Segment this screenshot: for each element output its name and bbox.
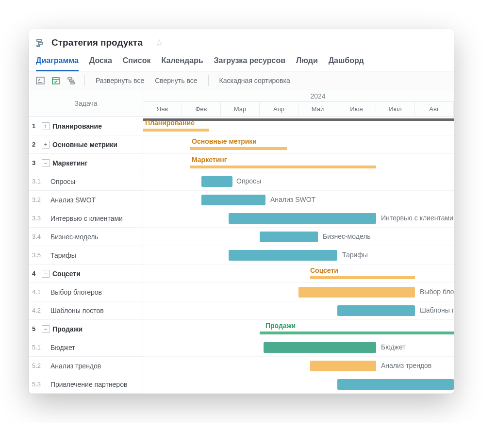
task-num: 2 [32,141,42,148]
task-row-4-2[interactable]: 4.2 Шаблоны постов [29,301,143,320]
tab-list[interactable]: Список [123,54,151,71]
tabs: Диаграмма Доска Список Календарь Загрузк… [29,54,454,71]
expand-all-button[interactable]: Развернуть все [93,77,147,84]
gantt-row-4: Соцсети [143,265,454,283]
bar-label: Выбор блогеров [420,288,454,296]
task-row-3-4[interactable]: 3.4 Бизнес-модель [29,228,143,246]
task-num: 3.2 [32,196,46,203]
task-bar[interactable] [260,232,318,242]
task-row-1[interactable]: 1 + Планирование [29,117,143,135]
star-icon[interactable]: ☆ [155,37,163,48]
project-icon [35,37,47,49]
task-row-3-1[interactable]: 3.1 Опросы [29,172,143,191]
month-mar: Мар [221,102,260,116]
task-row-5-3[interactable]: 5.3 Привлечение партнеров [29,375,143,394]
tab-calendar[interactable]: Календарь [162,54,203,71]
expand-icon[interactable]: + [42,141,50,149]
task-row-5-2[interactable]: 5.2 Анализ трендов [29,357,143,375]
task-bar[interactable] [264,342,376,353]
task-label: Основные метрики [52,141,117,149]
calendar-check-icon[interactable] [50,75,61,86]
svg-rect-3 [36,77,44,84]
task-label: Привлечение партнеров [50,381,127,388]
svg-rect-1 [38,42,43,44]
task-bar[interactable] [201,195,265,205]
task-label: Бизнес-модель [50,233,99,241]
task-row-3-3[interactable]: 3.3 Интервью с клиентами [29,209,143,228]
task-row-5[interactable]: 5 − Продажи [29,320,143,338]
gantt-row-5-2: Анализ трендов [143,357,454,375]
bar-label: Соцсети [310,266,338,274]
task-column: Задача 1 + Планирование 2 + Основные мет… [29,90,143,394]
gantt-row-3-2: Анализ SWOT [143,191,454,209]
gantt-row-5: Продажи [143,320,454,338]
gantt-row-3-1: Опросы [143,172,454,191]
summary-bar[interactable] [310,276,415,279]
bar-label: Анализ SWOT [270,196,315,203]
task-label: Продажи [52,325,83,333]
timeline-year: 2024 [143,90,454,102]
collapse-icon[interactable]: − [42,159,50,167]
task-bar[interactable] [298,287,415,298]
month-may: Май [298,102,337,116]
task-bar[interactable] [201,176,232,187]
checklist-icon[interactable] [35,75,46,86]
task-bar[interactable] [229,213,376,224]
toolbar: Развернуть все Свернуть все Каскадная со… [29,71,454,90]
task-label: Шаблоны постов [50,307,104,315]
svg-rect-0 [37,39,41,41]
task-num: 5.1 [32,344,46,351]
gantt-row-3: Маркетинг [143,154,454,172]
task-row-3[interactable]: 3 − Маркетинг [29,154,143,172]
task-num: 5 [32,325,42,332]
tab-workload[interactable]: Загрузка ресурсов [214,54,285,71]
gantt-row-5-3: Привлечение партнеров [143,375,454,394]
task-num: 3.3 [32,215,46,222]
task-num: 5.3 [32,381,46,388]
collapse-icon[interactable]: − [42,270,50,278]
task-label: Планирование [52,122,102,130]
task-label: Выбор блогеров [50,288,102,296]
page-title: Стратегия продукта [51,37,143,48]
gantt-row-5-1: Бюджет [143,338,454,357]
task-row-2[interactable]: 2 + Основные метрики [29,135,143,154]
expand-icon[interactable]: + [42,122,50,130]
task-num: 4.1 [32,288,46,296]
task-row-3-5[interactable]: 3.5 Тарифы [29,246,143,265]
gantt-row-4-1: Выбор блогеров [143,283,454,301]
tab-diagram[interactable]: Диаграмма [36,54,79,71]
app-window: Стратегия продукта ☆ Диаграмма Доска Спи… [29,29,454,394]
timeline-months: Янв Фев Мар Апр Май Июн Июл Авг Сен [143,102,454,117]
summary-bar[interactable] [190,166,376,168]
divider [208,75,209,86]
task-label: Бюджет [50,344,75,351]
chart-rows: Планирование Основные метрики Маркетинг [143,117,454,394]
tab-people[interactable]: Люди [296,54,318,71]
task-row-5-1[interactable]: 5.1 Бюджет [29,338,143,357]
bar-label: Опросы [236,177,261,185]
task-label: Опросы [50,178,75,185]
task-bar[interactable] [310,361,376,371]
gantt-row-1: Планирование [143,117,454,135]
task-row-4-1[interactable]: 4.1 Выбор блогеров [29,283,143,301]
tab-dashboard[interactable]: Дашборд [329,54,364,71]
task-row-4[interactable]: 4 − Соцсети [29,265,143,283]
hierarchy-icon[interactable] [66,75,77,86]
summary-bar[interactable] [143,129,209,132]
tab-board[interactable]: Доска [89,54,112,71]
cascade-sort-button[interactable]: Каскадная сортировка [216,77,293,84]
task-num: 3.5 [32,251,46,259]
collapse-all-button[interactable]: Свернуть все [152,77,200,84]
summary-bar[interactable] [260,332,454,334]
task-num: 4 [32,270,42,277]
task-bar[interactable] [337,305,415,316]
summary-bar[interactable] [190,147,287,150]
collapse-icon[interactable]: − [42,325,50,333]
task-num: 3 [32,159,42,166]
task-bar[interactable] [337,379,454,390]
task-bar[interactable] [229,250,337,261]
month-jan: Янв [143,102,182,116]
svg-rect-7 [71,83,75,84]
header: Стратегия продукта ☆ [29,29,454,54]
task-row-3-2[interactable]: 3.2 Анализ SWOT [29,191,143,209]
